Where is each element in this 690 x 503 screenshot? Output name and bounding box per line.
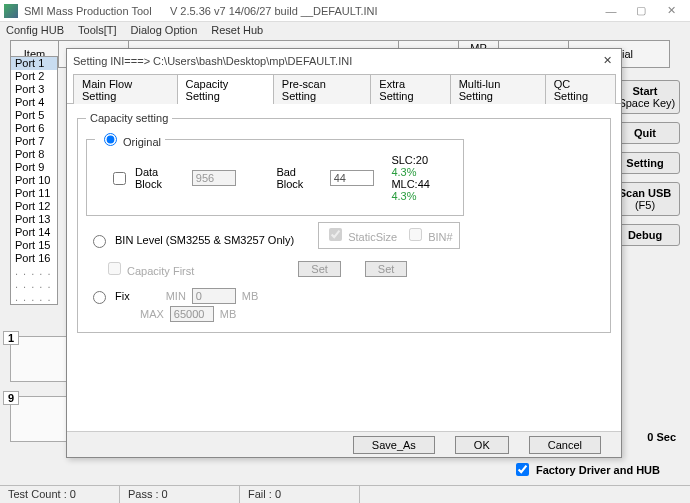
timer-label: 0 Sec <box>647 431 676 443</box>
datablock-label: Data Block <box>135 166 186 190</box>
binnum-check: BIN# <box>405 225 453 244</box>
port-row[interactable]: Port 5 <box>11 109 57 122</box>
app-icon <box>4 4 18 18</box>
factory-driver-check[interactable] <box>516 463 529 476</box>
port-row-empty: . . . . . <box>11 278 57 291</box>
dialog-title: Setting INI===> C:\Users\bash\Desktop\mp… <box>73 55 352 67</box>
statusbar: Test Count : 0 Pass : 0 Fail : 0 <box>0 485 690 503</box>
fix-max-input <box>170 306 214 322</box>
tab-capacity[interactable]: Capacity Setting <box>177 74 274 104</box>
status-pass: Pass : 0 <box>120 486 240 503</box>
tab-qc[interactable]: QC Setting <box>545 74 616 104</box>
tab-main-flow[interactable]: Main Flow Setting <box>73 74 178 104</box>
radio-binlevel-label: BIN Level (SM3255 & SM3257 Only) <box>115 234 294 246</box>
capacity-first-check: Capacity First <box>104 259 194 278</box>
slot-label: 9 <box>3 391 19 405</box>
cancel-button[interactable]: Cancel <box>529 436 601 454</box>
radio-fix-label: Fix <box>115 290 130 302</box>
menu-tools[interactable]: Tools[T] <box>78 24 117 38</box>
tab-multilun[interactable]: Multi-lun Setting <box>450 74 546 104</box>
dialog-close-button[interactable]: ✕ <box>599 53 615 69</box>
port-row[interactable]: Port 12 <box>11 200 57 213</box>
port-row[interactable]: Port 4 <box>11 96 57 109</box>
radio-original[interactable]: Original <box>95 130 165 148</box>
save-as-button[interactable]: Save_As <box>353 436 435 454</box>
port-row[interactable]: Port 11 <box>11 187 57 200</box>
port-row[interactable]: Port 9 <box>11 161 57 174</box>
fix-min-label: MIN <box>166 290 186 302</box>
titlebar: SMI Mass Production Tool V 2.5.36 v7 14/… <box>0 0 690 22</box>
port-row[interactable]: Port 1 <box>11 57 57 70</box>
port-row[interactable]: Port 10 <box>11 174 57 187</box>
slc-pct: 4.3% <box>391 166 416 178</box>
fix-min-input <box>192 288 236 304</box>
tab-prescan[interactable]: Pre-scan Setting <box>273 74 372 104</box>
tab-extra[interactable]: Extra Setting <box>370 74 450 104</box>
menu-dialog-option[interactable]: Dialog Option <box>131 24 198 38</box>
status-test-count: Test Count : 0 <box>0 486 120 503</box>
bin-set-button-1: Set <box>298 261 341 277</box>
fix-max-label: MAX <box>140 308 164 320</box>
minimize-button[interactable]: — <box>596 5 626 17</box>
bin-subgroup: StaticSize BIN# <box>318 222 460 249</box>
port-row[interactable]: Port 3 <box>11 83 57 96</box>
fix-unit-2: MB <box>220 308 237 320</box>
radio-binlevel-input[interactable] <box>93 235 106 248</box>
badblock-input[interactable] <box>330 170 374 186</box>
capacity-setting-group: Capacity setting Original Data Block Bad… <box>77 112 611 333</box>
port-row-empty: . . . . . <box>11 291 57 304</box>
radio-original-input[interactable] <box>104 133 117 146</box>
port-row[interactable]: Port 2 <box>11 70 57 83</box>
maximize-button[interactable]: ▢ <box>626 4 656 17</box>
port-row[interactable]: Port 13 <box>11 213 57 226</box>
original-group: Original Data Block Bad Block SLC:20 4.3… <box>86 130 464 216</box>
close-button[interactable]: ✕ <box>656 4 686 17</box>
status-fail: Fail : 0 <box>240 486 360 503</box>
app-title: SMI Mass Production Tool V 2.5.36 v7 14/… <box>24 5 378 17</box>
capacity-legend: Capacity setting <box>86 112 172 124</box>
port-row[interactable]: Port 6 <box>11 122 57 135</box>
mlc-label: MLC:44 <box>391 178 430 190</box>
bin-set-button-2: Set <box>365 261 408 277</box>
factory-driver-checkbox[interactable]: Factory Driver and HUB <box>512 460 660 479</box>
datablock-check[interactable] <box>113 172 126 185</box>
menu-config-hub[interactable]: Config HUB <box>6 24 64 38</box>
datablock-input <box>192 170 236 186</box>
port-list[interactable]: Port 1 Port 2 Port 3 Port 4 Port 5 Port … <box>10 56 58 305</box>
fix-unit-1: MB <box>242 290 259 302</box>
menu-reset-hub[interactable]: Reset Hub <box>211 24 263 38</box>
dialog-titlebar: Setting INI===> C:\Users\bash\Desktop\mp… <box>67 49 621 73</box>
port-row[interactable]: Port 15 <box>11 239 57 252</box>
settings-dialog: Setting INI===> C:\Users\bash\Desktop\mp… <box>66 48 622 458</box>
port-row[interactable]: Port 8 <box>11 148 57 161</box>
port-row[interactable]: Port 16 <box>11 252 57 265</box>
port-row[interactable]: Port 7 <box>11 135 57 148</box>
dialog-footer: Save_As OK Cancel <box>67 431 621 457</box>
ok-button[interactable]: OK <box>455 436 509 454</box>
badblock-label: Bad Block <box>276 166 323 190</box>
port-row-empty: . . . . . <box>11 265 57 278</box>
staticsize-check: StaticSize <box>325 225 397 244</box>
mlc-pct: 4.3% <box>391 190 416 202</box>
menubar: Config HUB Tools[T] Dialog Option Reset … <box>0 22 690 40</box>
port-row[interactable]: Port 14 <box>11 226 57 239</box>
slot-label: 1 <box>3 331 19 345</box>
radio-fix-input[interactable] <box>93 291 106 304</box>
dialog-tabs: Main Flow Setting Capacity Setting Pre-s… <box>67 73 621 104</box>
slc-label: SLC:20 <box>391 154 428 166</box>
